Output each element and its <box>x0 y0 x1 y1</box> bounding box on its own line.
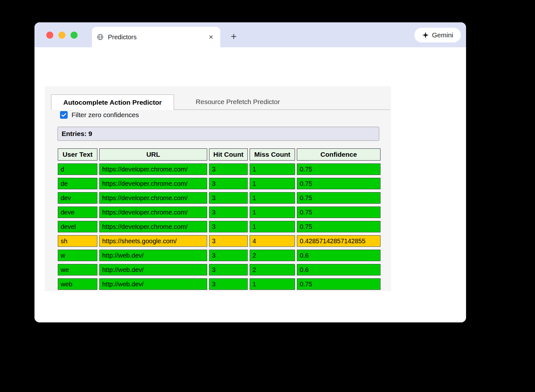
cell-confidence: 0.75 <box>297 178 381 189</box>
table-row: dehttps://developer.chrome.com/310.75 <box>58 178 381 189</box>
cell-hit-count: 3 <box>209 250 248 261</box>
toolbar: Chrome chrome://predictors <box>34 47 466 74</box>
cell-miss-count: 1 <box>250 221 295 232</box>
cell-miss-count: 1 <box>250 192 295 204</box>
browser-window: Predictors × + Gemini <box>34 22 466 322</box>
table-row: shhttps://sheets.google.com/340.42857142… <box>58 235 381 247</box>
zoom-window-button[interactable] <box>71 32 78 39</box>
predictors-content: Autocomplete Action Predictor Resource P… <box>45 86 391 291</box>
cell-url: https://developer.chrome.com/ <box>99 207 207 218</box>
table-row: webhttp://web.dev/310.75 <box>58 278 381 290</box>
cell-hit-count: 3 <box>209 264 248 275</box>
table-row: wehttp://web.dev/320.6 <box>58 264 381 275</box>
cell-url: http://web.dev/ <box>99 250 207 261</box>
predictor-table: User TextURLHit CountMiss CountConfidenc… <box>56 146 382 293</box>
cell-url: https://developer.chrome.com/ <box>99 178 207 189</box>
cell-user-text: dev <box>58 192 97 204</box>
cell-miss-count: 2 <box>250 250 295 261</box>
cell-url: http://web.dev/ <box>99 278 207 290</box>
tab-title: Predictors <box>108 34 206 41</box>
cell-url: http://web.dev/ <box>99 264 207 275</box>
cell-hit-count: 3 <box>209 207 248 218</box>
cell-confidence: 0.75 <box>297 207 381 218</box>
tab-resource-prefetch-predictor[interactable]: Resource Prefetch Predictor <box>184 94 292 109</box>
gemini-label: Gemini <box>432 31 453 39</box>
close-window-button[interactable] <box>46 32 53 39</box>
cell-hit-count: 3 <box>209 178 248 189</box>
cell-user-text: w <box>58 250 97 261</box>
cell-confidence: 0.75 <box>297 163 381 175</box>
minimize-window-button[interactable] <box>58 32 65 39</box>
gemini-button[interactable]: Gemini <box>414 28 461 42</box>
cell-url: https://developer.chrome.com/ <box>99 221 207 232</box>
column-header: Hit Count <box>209 148 248 161</box>
cell-confidence: 0.42857142857142855 <box>297 235 381 247</box>
cell-confidence: 0.75 <box>297 221 381 232</box>
filter-row: Filter zero confidences <box>60 111 139 119</box>
cell-hit-count: 3 <box>209 192 248 204</box>
cell-url: https://developer.chrome.com/ <box>99 163 207 175</box>
cell-miss-count: 1 <box>250 163 295 175</box>
column-header: Confidence <box>297 148 381 161</box>
cell-confidence: 0.75 <box>297 192 381 204</box>
cell-hit-count: 3 <box>209 163 248 175</box>
cell-confidence: 0.75 <box>297 278 381 290</box>
cell-url: https://developer.chrome.com/ <box>99 192 207 204</box>
cell-miss-count: 2 <box>250 264 295 275</box>
checkmark-icon <box>61 112 67 118</box>
cell-user-text: we <box>58 264 97 275</box>
cell-hit-count: 3 <box>209 235 248 247</box>
new-tab-button[interactable]: + <box>227 30 240 43</box>
cell-hit-count: 3 <box>209 221 248 232</box>
cell-user-text: de <box>58 178 97 189</box>
table-row: develhttps://developer.chrome.com/310.75 <box>58 221 381 232</box>
cell-hit-count: 3 <box>209 278 248 290</box>
table-row: whttp://web.dev/320.6 <box>58 250 381 261</box>
cell-miss-count: 1 <box>250 278 295 290</box>
table-row: devehttps://developer.chrome.com/310.75 <box>58 207 381 218</box>
cell-miss-count: 1 <box>250 207 295 218</box>
cell-user-text: web <box>58 278 97 290</box>
table-row: dhttps://developer.chrome.com/310.75 <box>58 163 381 175</box>
cell-confidence: 0.6 <box>297 250 381 261</box>
entries-bar: Entries: 9 <box>57 127 379 141</box>
browser-tab[interactable]: Predictors × <box>92 27 220 47</box>
filter-label: Filter zero confidences <box>72 111 139 119</box>
filter-zero-confidences-checkbox[interactable] <box>60 111 68 119</box>
globe-icon <box>96 33 104 41</box>
tab-autocomplete-action-predictor[interactable]: Autocomplete Action Predictor <box>51 94 174 110</box>
tab-close-icon[interactable]: × <box>206 32 216 42</box>
column-header: Miss Count <box>250 148 295 161</box>
cell-confidence: 0.6 <box>297 264 381 275</box>
column-header: URL <box>99 148 207 161</box>
cell-url: https://sheets.google.com/ <box>99 235 207 247</box>
sparkle-icon <box>422 32 429 39</box>
cell-user-text: deve <box>58 207 97 218</box>
cell-miss-count: 4 <box>250 235 295 247</box>
entries-label: Entries: 9 <box>62 130 92 138</box>
cell-user-text: d <box>58 163 97 175</box>
page-tabs: Autocomplete Action Predictor Resource P… <box>51 94 390 110</box>
cell-user-text: devel <box>58 221 97 232</box>
tab-strip: Predictors × + Gemini <box>34 22 466 47</box>
header-row: User TextURLHit CountMiss CountConfidenc… <box>58 148 381 161</box>
cell-miss-count: 1 <box>250 178 295 189</box>
page-viewport: Autocomplete Action Predictor Resource P… <box>34 74 466 322</box>
table-row: devhttps://developer.chrome.com/310.75 <box>58 192 381 204</box>
column-header: User Text <box>58 148 97 161</box>
cell-user-text: sh <box>58 235 97 247</box>
